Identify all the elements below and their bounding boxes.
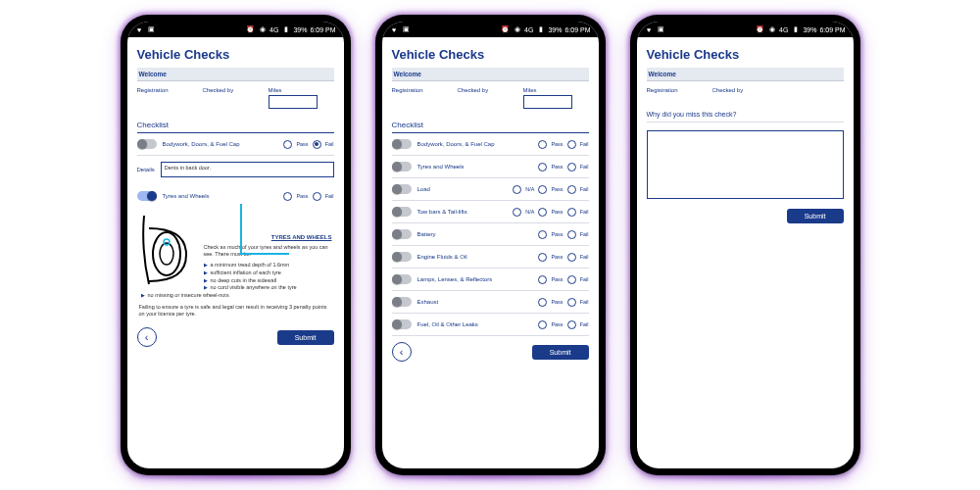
pass-radio[interactable] [283,140,292,149]
fail-radio[interactable] [313,140,321,149]
fail-radio[interactable] [567,320,576,329]
fail-radio[interactable] [567,230,576,239]
checkedby-label: Checked by [203,87,269,93]
registration-label: Registration [647,87,712,93]
toggle[interactable] [137,139,157,149]
details-label: Details [137,167,155,172]
item-label: Exhaust [417,299,539,305]
status-bar: ♥ ▣ ⏰ ◉ 4G ▮ 39% 6:09 PM [382,22,599,37]
callout-line [240,204,289,255]
phone-3: ♥ ▣ ⏰ ◉ 4G ▮ 39% 6:09 PM Vehicle Checks … [630,15,860,475]
submit-button[interactable]: Submit [532,345,589,360]
pass-radio[interactable] [538,230,547,239]
pass-radio[interactable] [538,140,547,149]
signal-icon: ▮ [281,25,290,34]
wifi-icon: ◉ [258,25,267,34]
fail-label: Fail [580,231,589,237]
data-icon: 4G [779,26,788,33]
tyre-illustration-icon [139,211,198,289]
fail-radio[interactable] [567,253,576,262]
submit-button[interactable]: Submit [787,209,844,223]
fail-radio[interactable] [567,163,576,172]
chevron-left-icon: ‹ [145,331,149,343]
welcome-bar: Welcome [647,68,844,81]
pass-label: Pass [551,254,563,260]
pass-radio[interactable] [538,320,547,329]
toggle[interactable] [392,162,412,172]
checklist-head: Checklist [392,117,589,133]
time-text: 6:09 PM [310,26,335,33]
miles-input[interactable] [523,95,572,109]
battery-text: 39% [548,26,562,33]
pass-radio[interactable] [538,163,547,172]
toggle[interactable] [392,252,412,262]
fail-radio[interactable] [567,275,576,284]
fail-radio[interactable] [567,140,576,149]
pass-radio[interactable] [538,253,547,262]
meta-row: Registration Checked by Miles [137,81,334,117]
na-label: N/A [525,186,534,192]
page-title: Vehicle Checks [647,45,844,68]
submit-button[interactable]: Submit [277,330,334,345]
svg-point-2 [164,239,170,245]
back-button[interactable]: ‹ [137,327,157,347]
item-label: Bodywork, Doors, & Fuel Cap [163,141,284,147]
fail-radio[interactable] [567,185,576,194]
meta-row: Registration Checked by [647,81,844,103]
pass-label: Pass [551,276,563,282]
data-icon: 4G [270,26,278,33]
item-label: Tow bars & Tail-lifts [417,209,514,215]
fail-radio[interactable] [313,192,321,201]
alarm-icon: ⏰ [246,25,255,34]
fail-label: Fail [580,186,589,192]
pass-label: Pass [296,141,308,147]
reason-textarea[interactable] [647,130,844,199]
toggle[interactable] [392,274,412,284]
screen-2: ♥ ▣ ⏰ ◉ 4G ▮ 39% 6:09 PM Vehicle Checks … [382,22,599,468]
toggle[interactable] [392,297,412,307]
pass-label: Pass [551,321,563,327]
toggle[interactable] [392,319,412,329]
miles-label: Miles [523,87,589,93]
details-row: Details Dents in back door. [137,156,334,185]
item-label: Load [417,186,514,192]
fail-radio[interactable] [567,208,576,217]
registration-label: Registration [392,87,458,93]
details-input[interactable]: Dents in back door. [161,162,334,177]
pass-radio[interactable] [538,208,547,217]
pass-radio[interactable] [538,185,547,194]
pass-label: Pass [551,164,563,170]
signal-icon: ▮ [536,25,545,34]
status-bar: ♥ ▣ ⏰ ◉ 4G ▮ 39% 6:09 PM [637,22,854,37]
checklist-item: LoadN/APassFail [392,178,589,201]
toggle[interactable] [137,191,157,201]
fail-label: Fail [580,299,589,305]
toggle[interactable] [392,139,412,149]
miles-input[interactable] [269,95,318,109]
back-button[interactable]: ‹ [392,342,412,362]
item-label: Tyres and Wheels [417,164,539,170]
pass-radio[interactable] [538,275,547,284]
na-label: N/A [525,209,534,215]
fail-label: Fail [580,254,589,260]
pass-label: Pass [551,299,563,305]
chevron-left-icon: ‹ [400,346,404,358]
info-bullet: no missing or insecure wheel-nuts [141,292,332,300]
fail-label: Fail [580,164,589,170]
signal-icon: ▮ [791,25,800,34]
checklist-item: Tow bars & Tail-liftsN/APassFail [392,201,589,223]
time-text: 6:09 PM [564,26,590,33]
fail-radio[interactable] [567,298,576,307]
photo-icon: ▣ [657,25,665,34]
toggle[interactable] [392,184,412,194]
fail-label: Fail [325,141,334,147]
toggle[interactable] [392,207,412,217]
pass-radio[interactable] [283,192,292,201]
toggle[interactable] [392,229,412,239]
phone-1: ♥ ▣ ⏰ ◉ 4G ▮ 39% 6:09 PM Vehicle Checks … [121,15,351,475]
time-text: 6:09 PM [819,26,845,33]
screen-1: ♥ ▣ ⏰ ◉ 4G ▮ 39% 6:09 PM Vehicle Checks … [127,22,344,468]
na-radio[interactable] [513,185,521,194]
pass-radio[interactable] [538,298,547,307]
na-radio[interactable] [513,208,521,217]
